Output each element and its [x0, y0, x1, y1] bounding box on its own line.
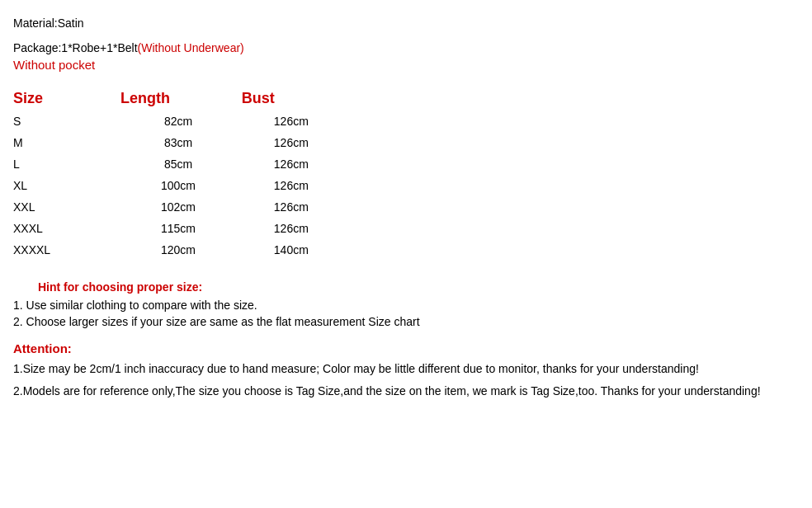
material-label: Material:Satin: [13, 16, 84, 30]
attention-title: Attention:: [13, 341, 799, 355]
hint-item-2: 2. Choose larger sizes if your size are …: [13, 315, 799, 328]
table-row: M83cm126cm: [13, 132, 343, 153]
attention-section: Attention: 1.Size may be 2cm/1 inch inac…: [13, 341, 799, 400]
hint-title: Hint for choosing proper size:: [38, 280, 799, 294]
table-row: XL100cm126cm: [13, 175, 343, 196]
package-line: Package:1*Robe+1*Belt(Without Underwear): [13, 41, 799, 54]
hint-item-1: 1. Use similar clothing to compare with …: [13, 299, 799, 312]
attention-item-1: 1.Size may be 2cm/1 inch inaccuracy due …: [13, 360, 799, 378]
table-row: XXXXL120cm140cm: [13, 239, 343, 261]
package-suffix: (Without Underwear): [138, 41, 244, 54]
table-row: XXXL115cm126cm: [13, 218, 343, 239]
hint-section: Hint for choosing proper size: 1. Use si…: [13, 280, 799, 328]
size-table: SizeLengthBustS82cm126cmM83cm126cmL85cm1…: [13, 87, 799, 261]
material-text: Material:Satin: [13, 16, 799, 30]
package-prefix: Package:1*Robe+1*Belt: [13, 41, 138, 54]
table-row: XXL102cm126cm: [13, 196, 343, 218]
attention-item-2: 2.Models are for reference only,The size…: [13, 383, 799, 400]
table-row: L85cm126cm: [13, 153, 343, 175]
without-pocket-text: Without pocket: [13, 58, 799, 72]
table-row: S82cm126cm: [13, 111, 343, 132]
